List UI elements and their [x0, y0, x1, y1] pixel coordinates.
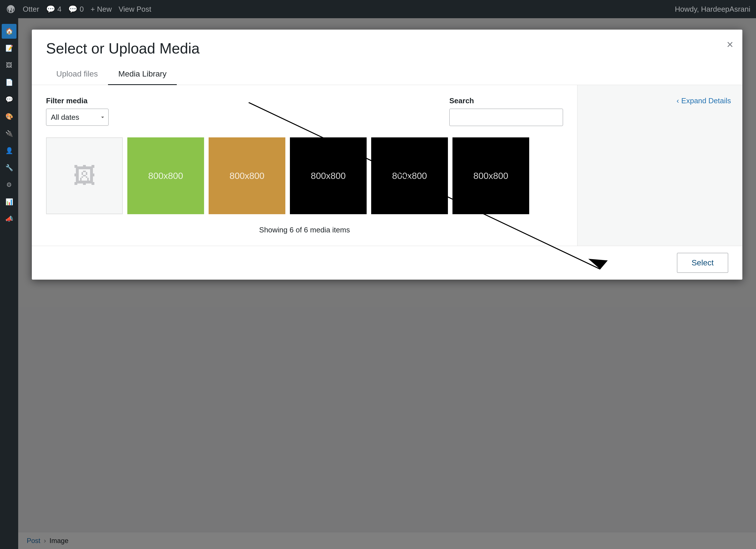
media-grid: 🖼 800x800 800x800 800x800	[46, 137, 563, 214]
admin-bar: Otter 💬 4 💬 0 + New View Post Howdy, Har…	[0, 0, 756, 18]
media-item-5[interactable]: 800x800	[452, 137, 529, 214]
media-modal: Select or Upload Media × Upload files Me…	[32, 30, 742, 280]
media-sidebar: ‹ Expand Details	[578, 85, 742, 246]
view-post-link[interactable]: View Post	[119, 5, 151, 14]
dimension-label-3: 800x800	[311, 171, 346, 181]
user-greeting: Howdy, HardeepAsrani	[675, 5, 750, 14]
modal-overlay: Select or Upload Media × Upload files Me…	[18, 18, 756, 549]
filter-row: Filter media All dates Search	[46, 96, 563, 126]
search-group: Search	[449, 96, 563, 126]
sidebar-icon-settings[interactable]: ⚙	[2, 177, 16, 192]
filter-group: Filter media All dates	[46, 96, 109, 126]
placeholder-image-icon: 🖼	[73, 163, 96, 189]
sidebar-icon-tools[interactable]: 🔧	[2, 160, 16, 175]
media-content-area: Filter media All dates Search 🖼	[32, 85, 578, 246]
messages-link[interactable]: 💬 0	[68, 5, 84, 14]
search-input[interactable]	[449, 109, 563, 126]
sidebar-icon-users[interactable]: 👤	[2, 143, 16, 158]
media-item-4[interactable]: 800x800	[371, 137, 448, 214]
modal-tabs: Upload files Media Library	[46, 64, 728, 85]
tab-upload-files[interactable]: Upload files	[46, 64, 108, 85]
sidebar-icon-pages[interactable]: 📄	[2, 75, 16, 90]
media-item-2[interactable]: 800x800	[209, 137, 285, 214]
dimension-label-5: 800x800	[473, 171, 508, 181]
dimension-label-2: 800x800	[230, 171, 265, 181]
chevron-left-icon: ‹	[676, 96, 679, 105]
sidebar-icon-appearance[interactable]: 🎨	[2, 109, 16, 124]
media-item-1[interactable]: 800x800	[127, 137, 204, 214]
wp-sidebar: 🏠 📝 🖼 📄 💬 🎨 🔌 👤 🔧 ⚙ 📊 📣	[0, 18, 18, 549]
sidebar-icon-dashboard[interactable]: 🏠	[2, 24, 16, 39]
sidebar-icon-plugins[interactable]: 🔌	[2, 126, 16, 141]
sidebar-icon-comments[interactable]: 💬	[2, 92, 16, 107]
sidebar-icon-analytics[interactable]: 📊	[2, 194, 16, 209]
modal-title: Select or Upload Media	[46, 40, 728, 57]
filter-label: Filter media	[46, 96, 109, 105]
modal-close-button[interactable]: ×	[724, 36, 736, 52]
modal-header: Select or Upload Media × Upload files Me…	[32, 30, 742, 85]
select-button[interactable]: Select	[677, 253, 728, 273]
comments-link[interactable]: 💬 4	[46, 5, 61, 14]
sidebar-icon-posts[interactable]: 📝	[2, 41, 16, 56]
sidebar-icon-media[interactable]: 🖼	[2, 58, 16, 73]
sidebar-icon-marketing[interactable]: 📣	[2, 212, 16, 226]
main-content: Select or Upload Media × Upload files Me…	[18, 18, 756, 549]
media-item-3[interactable]: 800x800	[290, 137, 367, 214]
media-item-0[interactable]: 🖼	[46, 137, 123, 214]
search-label: Search	[449, 96, 563, 105]
dimension-label-1: 800x800	[148, 171, 183, 181]
modal-body: Filter media All dates Search 🖼	[32, 85, 742, 246]
filter-select[interactable]: All dates	[46, 109, 109, 126]
site-name[interactable]: Otter	[23, 5, 39, 14]
modal-footer: Select	[32, 246, 742, 280]
new-post-link[interactable]: + New	[91, 5, 112, 14]
wp-logo[interactable]	[6, 4, 16, 14]
media-status: Showing 6 of 6 media items	[46, 225, 563, 234]
tab-media-library[interactable]: Media Library	[108, 64, 177, 85]
dimension-label-4: 800x800	[392, 171, 427, 181]
expand-details-link[interactable]: ‹ Expand Details	[676, 96, 731, 105]
